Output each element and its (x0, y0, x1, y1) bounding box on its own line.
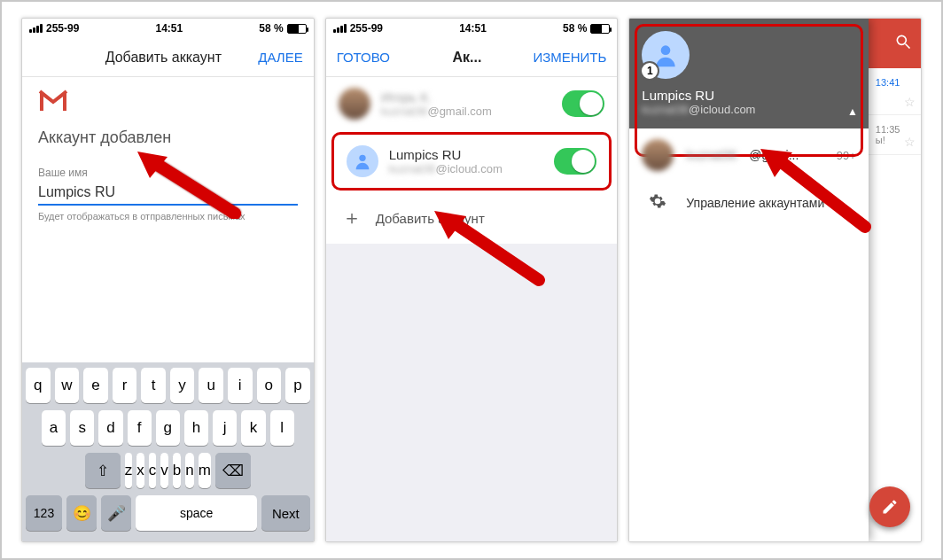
done-button[interactable]: ГОТОВО (337, 50, 408, 65)
status-bar: 255-99 14:51 58 % (22, 19, 314, 38)
battery-icon (287, 24, 307, 34)
account-email: kuznat36@gmail.com (381, 105, 552, 118)
drawer-header[interactable]: 1 Lumpics RU kuznat36@icloud.com ▲ (629, 19, 869, 128)
key-c[interactable]: c (149, 453, 157, 488)
key-n[interactable]: n (185, 453, 193, 488)
gear-icon (649, 192, 666, 213)
battery-icon (590, 24, 610, 34)
numbers-key[interactable]: 123 (26, 495, 62, 531)
name-field-label: Ваше имя (38, 167, 298, 179)
expand-caret-icon[interactable]: ▲ (847, 105, 858, 118)
key-i[interactable]: i (228, 368, 253, 403)
key-g[interactable]: g (156, 410, 180, 446)
manage-accounts-button[interactable]: Управление аккаунтами (629, 182, 869, 223)
status-time: 14:51 (459, 22, 487, 35)
next-button[interactable]: ДАЛЕЕ (223, 50, 303, 65)
add-account-button[interactable]: ＋ Добавить аккаунт (326, 192, 618, 244)
key-z[interactable]: z (125, 453, 133, 488)
phone-screen-1: 255-99 14:51 58 % Добавить аккаунт ДАЛЕЕ… (21, 18, 315, 542)
account-added-label: Аккаунт добавлен (38, 128, 298, 147)
carrier-label: 255-99 (350, 22, 383, 35)
key-m[interactable]: m (199, 453, 211, 488)
phone-screen-3: 13:41 ☆ 11:35 ы! ☆ 1 Lumpics RU kuznat36… (628, 18, 922, 542)
key-s[interactable]: s (70, 410, 94, 446)
search-icon[interactable] (894, 33, 912, 54)
key-k[interactable]: k (241, 410, 265, 446)
key-y[interactable]: y (170, 368, 195, 403)
shift-key[interactable]: ⇧ (85, 453, 121, 488)
account-toggle[interactable] (562, 90, 604, 117)
signal-icon (29, 24, 43, 33)
nav-title: Ак... (408, 50, 527, 66)
app-topbar (869, 19, 921, 68)
account-name: Lumpics RU (389, 147, 544, 162)
key-l[interactable]: l (270, 410, 294, 446)
name-input[interactable] (38, 179, 298, 206)
highlight-box: Lumpics RU kuznat36@icloud.com (331, 132, 612, 191)
mic-key[interactable]: 🎤 (101, 495, 131, 531)
svg-point-1 (359, 155, 365, 161)
key-o[interactable]: o (257, 368, 282, 403)
key-q[interactable]: q (26, 368, 51, 403)
other-account-email: @gmai... (749, 148, 799, 162)
svg-point-5 (661, 45, 671, 55)
key-p[interactable]: p (285, 368, 310, 403)
key-b[interactable]: b (173, 453, 181, 488)
avatar-icon (339, 88, 370, 120)
avatar-icon (347, 145, 378, 177)
account-count-badge: 1 (640, 61, 659, 81)
account-email: kuznat36@icloud.com (389, 162, 544, 175)
key-t[interactable]: t (141, 368, 166, 403)
unread-count: 99+ (837, 149, 856, 162)
add-account-label: Добавить аккаунт (376, 211, 485, 226)
drawer-account-name: Lumpics RU (642, 88, 856, 103)
compose-fab[interactable] (869, 486, 910, 527)
mail-item[interactable]: 11:35 ы! ☆ (869, 115, 921, 155)
signal-icon (333, 24, 347, 33)
avatar-icon (642, 139, 674, 171)
mail-item[interactable]: 13:41 ☆ (869, 68, 921, 115)
account-name: Игорь К. (381, 89, 552, 105)
star-icon[interactable]: ☆ (904, 135, 916, 149)
manage-accounts-label: Управление аккаунтами (686, 196, 824, 210)
drawer-account-email: kuznat36@icloud.com (642, 103, 856, 116)
plus-icon: ＋ (342, 205, 360, 231)
key-h[interactable]: h (184, 410, 208, 446)
key-w[interactable]: w (55, 368, 80, 403)
star-icon[interactable]: ☆ (904, 95, 916, 109)
status-time: 14:51 (155, 22, 183, 35)
account-toggle[interactable] (554, 148, 596, 175)
nav-bar: Добавить аккаунт ДАЛЕЕ (22, 38, 314, 77)
key-r[interactable]: r (113, 368, 137, 403)
nav-drawer: 1 Lumpics RU kuznat36@icloud.com ▲ kuzna… (629, 19, 869, 541)
other-account-row[interactable]: kuznat36 @gmai... 99+ (629, 128, 869, 182)
inbox-underlay: 13:41 ☆ 11:35 ы! ☆ (869, 19, 921, 541)
account-row[interactable]: Игорь К. kuznat36@gmail.com (326, 77, 618, 130)
battery-percent: 58 % (563, 22, 587, 35)
key-v[interactable]: v (160, 453, 168, 488)
svg-line-4 (906, 44, 910, 49)
nav-title: Добавить аккаунт (104, 50, 223, 66)
carrier-label: 255-99 (46, 22, 79, 35)
emoji-key[interactable]: 😊 (66, 495, 97, 531)
key-f[interactable]: f (128, 410, 152, 446)
current-avatar-icon: 1 (642, 31, 690, 79)
key-e[interactable]: e (83, 368, 108, 403)
key-j[interactable]: j (213, 410, 237, 446)
key-a[interactable]: a (42, 410, 66, 446)
key-x[interactable]: x (136, 453, 144, 488)
phone-screen-2: 255-99 14:51 58 % ГОТОВО Ак... ИЗМЕНИТЬ … (325, 18, 619, 542)
key-d[interactable]: d (98, 410, 122, 446)
account-row-highlighted[interactable]: Lumpics RU kuznat36@icloud.com (334, 135, 610, 188)
keyboard-next-key[interactable]: Next (261, 495, 310, 531)
name-helper-text: Будет отображаться в отправленных письма… (38, 211, 298, 222)
gmail-logo-icon (38, 89, 68, 113)
nav-bar: ГОТОВО Ак... ИЗМЕНИТЬ (326, 38, 618, 77)
backspace-key[interactable]: ⌫ (215, 453, 251, 488)
status-bar: 255-99 14:51 58 % (326, 19, 618, 38)
edit-button[interactable]: ИЗМЕНИТЬ (526, 50, 606, 65)
space-key[interactable]: space (136, 495, 257, 531)
key-u[interactable]: u (199, 368, 223, 403)
keyboard[interactable]: qwertyuiop asdfghjkl ⇧ zxcvbnm ⌫ 123 😊 🎤… (22, 362, 314, 541)
battery-percent: 58 % (259, 22, 283, 35)
